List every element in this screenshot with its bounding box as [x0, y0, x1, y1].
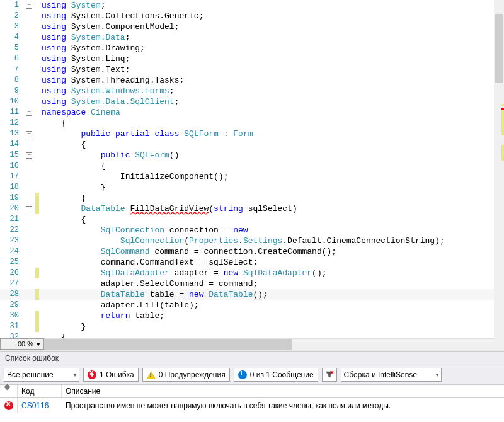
line-number: 6 — [0, 54, 23, 64]
fold-gutter — [23, 171, 35, 182]
line-number: 9 — [0, 86, 23, 96]
fold-gutter — [23, 32, 35, 43]
line-number: 8 — [0, 75, 23, 86]
line-number: 28 — [0, 289, 23, 300]
code-line[interactable]: 10using System.Data.SqlClient; — [0, 96, 504, 107]
code-line[interactable]: 4using System.Data; — [0, 32, 504, 43]
line-number: 14 — [0, 139, 23, 150]
scope-value: Все решение — [7, 370, 54, 379]
code-text: SqlConnection(Properties.Settings.Defaul… — [39, 236, 504, 246]
line-number: 13 — [0, 128, 23, 139]
messages-filter-button[interactable]: 0 из 1 Сообщение — [234, 368, 318, 382]
scope-combo[interactable]: Все решение ▾ — [4, 368, 79, 382]
fold-gutter — [23, 321, 35, 332]
fold-gutter[interactable]: − — [23, 203, 35, 214]
fold-gutter — [23, 86, 35, 96]
code-line[interactable]: 26 SqlDataAdapter adapter = new SqlDataA… — [0, 268, 504, 278]
line-number: 27 — [0, 278, 23, 289]
code-line[interactable]: 5using System.Drawing; — [0, 43, 504, 54]
fold-gutter[interactable]: − — [23, 0, 35, 11]
code-line[interactable]: 12 { — [0, 118, 504, 128]
code-line[interactable]: 24 SqlCommand command = connection.Creat… — [0, 246, 504, 257]
error-icon — [4, 401, 13, 410]
code-line[interactable]: 6using System.Linq; — [0, 54, 504, 64]
line-number: 12 — [0, 118, 23, 128]
clear-filter-button[interactable] — [322, 368, 337, 382]
fold-gutter — [23, 278, 35, 289]
code-text: using System.ComponentModel; — [39, 21, 504, 32]
col-desc-header[interactable]: Описание — [62, 385, 504, 397]
code-text: DataTable FillDataGridView(string sqlSel… — [39, 203, 504, 214]
code-line[interactable]: 29 adapter.Fill(table); — [0, 300, 504, 311]
errors-filter-button[interactable]: 1 Ошибка — [83, 368, 139, 382]
code-line[interactable]: 23 SqlConnection(Properties.Settings.Def… — [0, 236, 504, 246]
line-number: 18 — [0, 182, 23, 193]
line-number: 7 — [0, 64, 23, 75]
fold-gutter — [23, 43, 35, 54]
code-line[interactable]: 13− public partial class SQLForm : Form — [0, 128, 504, 139]
code-text: using System; — [39, 0, 504, 11]
error-list-title: Список ошибок — [0, 352, 504, 365]
code-line[interactable]: 22 SqlConnection connection = new — [0, 225, 504, 236]
fold-gutter — [23, 64, 35, 75]
code-text: using System.Data; — [39, 32, 504, 43]
source-combo[interactable]: Сборка и IntelliSense ▾ — [341, 368, 442, 382]
code-text: } — [39, 321, 504, 332]
code-line[interactable]: 30 return table; — [0, 311, 504, 321]
chevron-down-icon: ▾ — [436, 372, 438, 378]
vertical-scrollbar[interactable] — [494, 0, 504, 338]
error-icon — [88, 370, 96, 379]
code-line[interactable]: 28 DataTable table = new DataTable(); — [0, 289, 504, 300]
error-code-link[interactable]: CS0116 — [18, 398, 62, 413]
fold-toggle-icon: − — [26, 206, 32, 212]
code-line[interactable]: 18 } — [0, 182, 504, 193]
code-line[interactable]: 11−namespace Cinema — [0, 107, 504, 118]
code-text: InitializeComponent(); — [39, 171, 504, 182]
code-line[interactable]: 31 } — [0, 321, 504, 332]
code-line[interactable]: 1−using System; — [0, 0, 504, 11]
line-number: 15 — [0, 150, 23, 161]
warnings-filter-button[interactable]: 0 Предупреждения — [142, 368, 230, 382]
code-line[interactable]: 21 { — [0, 214, 504, 225]
code-line[interactable]: 15− public SQLForm() — [0, 150, 504, 161]
code-editor[interactable]: 1−using System;2using System.Collections… — [0, 0, 504, 350]
line-number: 30 — [0, 311, 23, 321]
messages-filter-label: 0 из 1 Сообщение — [250, 370, 314, 379]
fold-gutter — [23, 300, 35, 311]
code-line[interactable]: 8using System.Threading.Tasks; — [0, 75, 504, 86]
filter-icon — [325, 370, 334, 379]
error-list-header: Код Описание — [0, 384, 504, 398]
code-text: public partial class SQLForm : Form — [39, 128, 504, 139]
code-line[interactable]: 14 { — [0, 139, 504, 150]
code-line[interactable]: 17 InitializeComponent(); — [0, 171, 504, 182]
fold-gutter — [23, 54, 35, 64]
col-code-header[interactable]: Код — [18, 385, 62, 397]
line-number: 2 — [0, 11, 23, 21]
fold-toggle-icon: − — [26, 110, 32, 116]
code-text: { — [39, 139, 504, 150]
zoom-combo[interactable]: 00 % ▾ — [0, 338, 44, 350]
fold-gutter — [23, 161, 35, 171]
code-line[interactable]: 19 } — [0, 193, 504, 203]
code-line[interactable]: 16 { — [0, 161, 504, 171]
code-line[interactable]: 7using System.Text; — [0, 64, 504, 75]
fold-gutter[interactable]: − — [23, 150, 35, 161]
error-row[interactable]: CS0116Пространство имен не может напряму… — [0, 398, 504, 413]
col-icon-header[interactable] — [0, 385, 18, 397]
horizontal-scrollbar[interactable] — [44, 338, 494, 350]
code-line[interactable]: 20− DataTable FillDataGridView(string sq… — [0, 203, 504, 214]
code-text: } — [39, 182, 504, 193]
source-value: Сборка и IntelliSense — [344, 370, 417, 379]
code-line[interactable]: 3using System.ComponentModel; — [0, 21, 504, 32]
line-number: 5 — [0, 43, 23, 54]
code-text: using System.Text; — [39, 64, 504, 75]
line-number: 3 — [0, 21, 23, 32]
code-text: { — [39, 161, 504, 171]
code-line[interactable]: 25 command.CommandText = sqlSelect; — [0, 257, 504, 268]
fold-gutter — [23, 193, 35, 203]
fold-gutter[interactable]: − — [23, 107, 35, 118]
code-line[interactable]: 9using System.Windows.Forms; — [0, 86, 504, 96]
code-line[interactable]: 27 adapter.SelectCommand = command; — [0, 278, 504, 289]
code-line[interactable]: 2using System.Collections.Generic; — [0, 11, 504, 21]
fold-gutter[interactable]: − — [23, 128, 35, 139]
